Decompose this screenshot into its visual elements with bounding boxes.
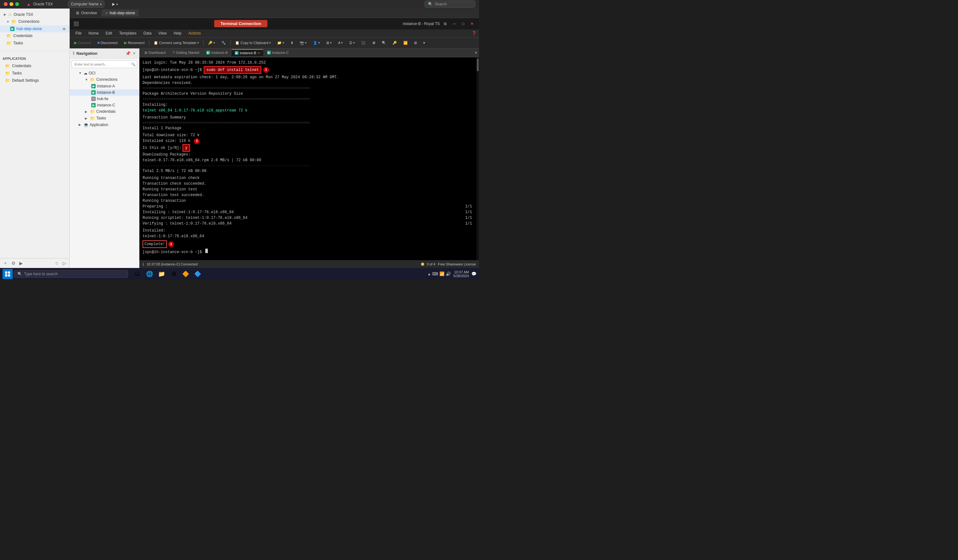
forward-button[interactable]: ▷: [62, 260, 67, 267]
upload-button[interactable]: ⬆: [288, 40, 296, 46]
connect-button[interactable]: ▶ Connect: [71, 40, 94, 46]
taskbar-app-circle[interactable]: 🔶: [180, 268, 191, 280]
hub-step-stone-label: hub-step-stone: [16, 27, 42, 31]
more-button[interactable]: ▾: [421, 40, 428, 46]
keyboard-icon[interactable]: ⌨: [432, 271, 438, 276]
sidebar-item-credentials[interactable]: 📁 Credentials: [0, 32, 69, 40]
terminal-button[interactable]: ▶: [19, 260, 24, 267]
getting-started-label: Getting Started: [176, 51, 199, 54]
person-button[interactable]: 👤 ▾: [311, 40, 322, 46]
sidebar-item-tasks[interactable]: 📁 Tasks: [0, 40, 69, 47]
taskbar-file-explorer[interactable]: 🗂: [132, 268, 143, 280]
sidebar-item-connections[interactable]: ▼ 📁 Connections: [0, 18, 69, 25]
tab-hub-step-stone[interactable]: ✕ hub-step-stone: [102, 10, 139, 16]
camera-button[interactable]: 📷 ▾: [297, 40, 309, 46]
status-license: Free Shareware License: [438, 262, 476, 266]
stop-red-button[interactable]: ⬛: [358, 40, 368, 46]
minimize-button[interactable]: ─: [451, 21, 457, 27]
sidebar-item-app-credentials[interactable]: 📁 Credentials: [0, 62, 69, 70]
key2-button[interactable]: 🔑: [390, 40, 400, 46]
tree-item-connections[interactable]: ▼ 📁 Connections: [70, 76, 139, 83]
tab-instance-a[interactable]: ▶ instance-A: [203, 49, 231, 56]
wifi-button[interactable]: 📶: [401, 40, 410, 46]
notification-icon[interactable]: 💬: [471, 271, 476, 276]
play-button[interactable]: ▶ ▾: [109, 1, 121, 7]
tab-instance-b[interactable]: ▶ instance-B ✕: [232, 49, 263, 56]
list-button[interactable]: ☰ ▾: [347, 40, 357, 46]
help-icon[interactable]: ❓: [472, 31, 476, 35]
tree-item-instance-a[interactable]: ▶ instance-A: [70, 83, 139, 89]
tab-overview[interactable]: ⊞ Overview: [72, 10, 101, 16]
grid2-button[interactable]: ⊞: [411, 40, 419, 46]
star-button[interactable]: ☆: [54, 260, 60, 267]
layout-button[interactable]: ⊞ ▾: [324, 40, 334, 46]
wifi-icon[interactable]: 📶: [439, 271, 444, 276]
key-button[interactable]: 🔑 ▾: [206, 40, 217, 46]
menu-view[interactable]: View: [155, 30, 170, 36]
taskbar-royal-ts[interactable]: 🔷: [192, 268, 203, 280]
monitor-button[interactable]: 🖥: [370, 40, 378, 46]
sidebar-item-hub-step-stone[interactable]: ▶ hub-step-stone ⏏: [0, 25, 69, 32]
computer-name-dropdown[interactable]: Computer Name ▾: [68, 1, 105, 8]
start-button[interactable]: [3, 269, 13, 279]
menu-edit[interactable]: Edit: [102, 30, 115, 36]
sidebar-item-app-tasks[interactable]: 📁 Tasks: [0, 70, 69, 77]
tree-item-oci[interactable]: ▼ ☁ OCI: [70, 70, 139, 76]
chevron-down-icon: ▾: [341, 41, 343, 44]
restore-button[interactable]: ⧉: [442, 21, 449, 27]
taskbar-folder[interactable]: 📁: [156, 268, 167, 280]
scrollbar-thumb[interactable]: [477, 59, 479, 71]
menu-templates[interactable]: Templates: [116, 30, 140, 36]
tool-button[interactable]: 🔧: [219, 40, 228, 46]
taskbar-search[interactable]: 🔍 Type here to search: [14, 270, 128, 278]
font-button[interactable]: A ▾: [335, 40, 345, 46]
sidebar-item-oracle-tsx[interactable]: ▶ ⚠ Oracle TSX: [0, 11, 69, 18]
taskbar-terminal-app[interactable]: 🖥: [168, 268, 179, 280]
close-button[interactable]: ✕: [469, 21, 475, 27]
volume-icon[interactable]: 🔊: [446, 271, 451, 276]
close-window-button[interactable]: [4, 2, 8, 6]
close-nav-icon[interactable]: ✕: [132, 51, 136, 56]
tree-item-application[interactable]: ▶ 💻 Application: [70, 122, 139, 128]
tree-item-credentials[interactable]: ▶ 📁 Credentials: [70, 108, 139, 115]
menu-data[interactable]: Data: [140, 30, 155, 36]
sidebar-item-default-settings[interactable]: 📁 Default Settings: [0, 77, 69, 84]
tab-more-button[interactable]: ▾: [475, 50, 477, 55]
connect-template-button[interactable]: 📋 Connect using Template ▾: [151, 40, 201, 46]
menu-file[interactable]: File: [72, 30, 84, 36]
tab-instance-c[interactable]: ▶ instance-C: [264, 49, 292, 56]
tab-dashboard[interactable]: ⊞ Dashboard: [141, 49, 169, 56]
menu-actions[interactable]: Actions: [186, 30, 204, 36]
nav-search-input[interactable]: [71, 60, 137, 68]
close-tab-button[interactable]: ✕: [258, 51, 260, 55]
up-arrow-icon[interactable]: ▲: [427, 272, 431, 276]
folder-button[interactable]: 📁 ▾: [274, 40, 287, 46]
terminal-area[interactable]: Last login: Tue May 28 08:35:56 2024 fro…: [140, 57, 479, 260]
tree-item-hub-fw[interactable]: ⊡ hub-fw: [70, 96, 139, 102]
folder-icon: 📁: [6, 41, 11, 46]
copy-clipboard-button[interactable]: 📋 Copy to Clipboard ▾: [233, 40, 273, 46]
taskbar-clock: 10:37 AM 5/28/2024: [453, 270, 469, 278]
tree-item-instance-b[interactable]: ▶ instance-B: [70, 89, 139, 96]
reconnect-button[interactable]: ▶ Reconnect: [122, 40, 148, 46]
font-icon: A: [338, 41, 340, 44]
minimize-window-button[interactable]: [10, 2, 13, 6]
maximize-button[interactable]: □: [460, 21, 466, 27]
settings-button[interactable]: ⚙: [11, 260, 16, 267]
svg-rect-3: [8, 274, 10, 276]
terminal-icon: ▶: [206, 51, 210, 54]
taskbar-edge[interactable]: 🌐: [144, 268, 155, 280]
search-bar[interactable]: 🔍 Search: [425, 1, 475, 8]
scrollbar-track[interactable]: [476, 57, 479, 260]
search-button[interactable]: 🔍: [379, 40, 389, 46]
menu-home[interactable]: Home: [85, 30, 102, 36]
close-tab-icon[interactable]: ✕: [105, 11, 108, 15]
add-button[interactable]: ＋: [3, 260, 8, 267]
tree-item-tasks[interactable]: ▶ 📁 Tasks: [70, 115, 139, 122]
maximize-window-button[interactable]: [15, 2, 19, 6]
menu-help[interactable]: Help: [170, 30, 185, 36]
tab-getting-started[interactable]: ? Getting Started: [170, 49, 202, 56]
tree-item-instance-c[interactable]: ▶ instance-C: [70, 102, 139, 108]
pin-icon[interactable]: 📌: [125, 51, 130, 56]
disconnect-button[interactable]: ■ Disconnect: [95, 40, 121, 46]
